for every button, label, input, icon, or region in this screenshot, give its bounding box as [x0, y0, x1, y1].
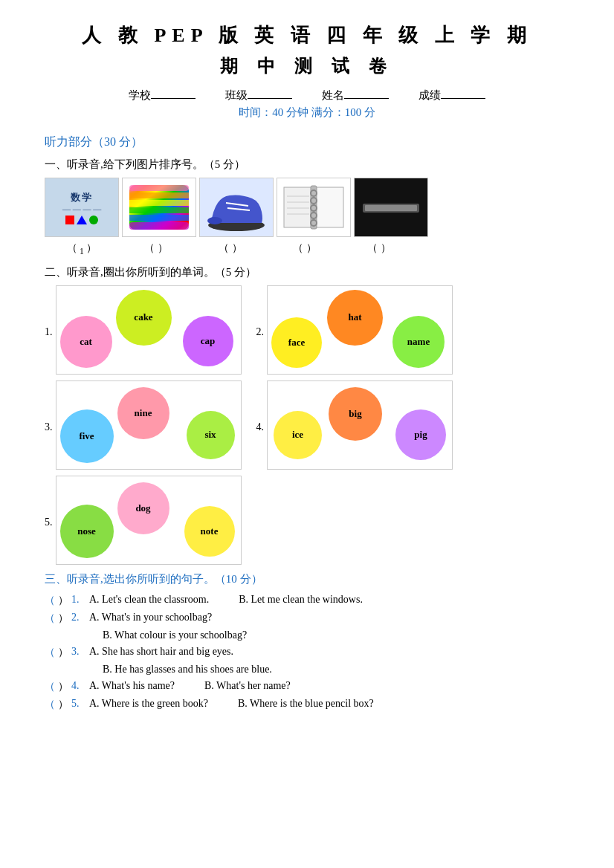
opt-a-1: A. Let's clean the classroom. [89, 594, 209, 606]
balloon-nose: nose [60, 505, 114, 558]
svg-rect-4 [129, 207, 189, 213]
time-row: 时间：40 分钟 满分：100 分 [45, 106, 569, 120]
name-field: 姓名 [322, 88, 389, 103]
svg-point-10 [207, 217, 222, 224]
balloon-dog: dog [117, 482, 169, 534]
opt-b-5: B. Where is the blue pencil box? [238, 698, 374, 710]
opt-a-4: A. What's his name? [89, 680, 175, 692]
balloon-cake: cake [116, 290, 172, 346]
balloon-cat: cat [60, 316, 112, 368]
svg-rect-2 [129, 192, 189, 198]
paren-1: （ [45, 594, 58, 607]
balloons-box-2: face hat name [267, 285, 453, 375]
balloon-ice: ice [274, 411, 322, 459]
info-row: 学校 班级 姓名 成绩 [45, 88, 569, 103]
balloon-hat: hat [327, 290, 383, 346]
part3-title: 三、听录音,选出你所听到的句子。（10 分） [45, 572, 569, 586]
balloon-pig: pig [395, 409, 446, 460]
class-field: 班级 [225, 88, 292, 103]
opt-b-3: B. He has glasses and his shoes are blue… [103, 664, 272, 675]
listening-section-title: 听力部分（30 分） [45, 135, 569, 150]
svg-rect-3 [129, 200, 189, 206]
opt-a-3: A. She has short hair and big eyes. [89, 646, 233, 658]
balloons-box-5: nose dog note [56, 476, 242, 565]
part1-title: 一、听录音,给下列图片排序号。（5 分） [45, 158, 569, 172]
opt-b-2: B. What colour is your schoolbag? [103, 629, 247, 641]
part2-title: 二、听录音,圈出你所听到的单词。（5 分） [45, 265, 569, 279]
sentence-3b: B. He has glasses and his shoes are blue… [103, 664, 569, 676]
svg-rect-11 [284, 187, 312, 227]
balloon-num-2: 2. [256, 326, 265, 338]
balloon-num-1: 1. [45, 326, 53, 338]
title-sub: 期 中 测 试 卷 [45, 54, 569, 78]
opt-b-4: B. What's her name? [204, 680, 291, 692]
sentence-4: （ ） 4. A. What's his name? B. What's her… [45, 680, 569, 693]
sentence-5: （ ） 5. A. Where is the green book? B. Wh… [45, 698, 569, 711]
balloon-group-2: 2. face hat name [256, 285, 453, 375]
balloon-group-5: 5. nose dog note [45, 476, 242, 565]
balloons-box-4: ice big pig [267, 380, 453, 470]
balloon-cap: cap [183, 316, 233, 366]
balloon-nine: nine [117, 387, 169, 439]
image-candy [122, 178, 196, 237]
opt-b-1: B. Let me clean the windows. [239, 594, 363, 606]
school-field: 学校 [129, 88, 195, 103]
balloons-box-3: five nine six [56, 380, 242, 470]
opt-a-2: A. What's in your schoolbag? [89, 612, 212, 624]
num-1: 1. [71, 594, 89, 606]
sentence-2b: B. What colour is your schoolbag? [103, 629, 569, 641]
sentence-3: （ ） 3. A. She has short hair and big eye… [45, 646, 569, 659]
image-black [354, 178, 428, 237]
svg-rect-1 [129, 185, 189, 191]
svg-rect-6 [129, 222, 189, 230]
svg-rect-12 [315, 187, 343, 227]
balloon-num-3: 3. [45, 421, 53, 433]
balloon-row-12: 1. cat cake cap 2. face hat name [45, 285, 569, 375]
balloon-five: five [60, 409, 114, 463]
sentence-1: （ ） 1. A. Let's clean the classroom. B. … [45, 594, 569, 607]
balloon-name: name [392, 316, 445, 368]
balloon-big: big [329, 387, 382, 441]
svg-rect-24 [365, 205, 417, 211]
title-main: 人 教 PEP 版 英 语 四 年 级 上 学 期 [45, 22, 569, 48]
image-mathbook: 数学 — — — — [45, 178, 119, 237]
balloon-note: note [184, 506, 235, 557]
balloon-group-3: 3. five nine six [45, 380, 242, 470]
balloon-group-4: 4. ice big pig [256, 380, 453, 470]
balloon-num-4: 4. [256, 421, 265, 433]
sentences-section: （ ） 1. A. Let's clean the classroom. B. … [45, 594, 569, 711]
svg-rect-5 [129, 215, 189, 221]
opt-a-5: A. Where is the green book? [89, 698, 208, 710]
ordering-row: （ 1 ） （ ） （ ） （ ） （ ） [45, 242, 569, 256]
balloons-box-1: cat cake cap [56, 285, 242, 375]
balloon-six: six [187, 411, 235, 459]
balloon-face: face [271, 317, 322, 368]
score-field: 成绩 [419, 88, 485, 103]
balloon-row-5: 5. nose dog note [45, 476, 569, 565]
sentence-2: （ ） 2. A. What's in your schoolbag? [45, 612, 569, 625]
image-sneaker [199, 178, 274, 237]
part1-images: 数学 — — — — [45, 178, 569, 237]
balloon-num-5: 5. [45, 516, 53, 528]
balloon-group-1: 1. cat cake cap [45, 285, 242, 375]
image-notebook [277, 178, 351, 237]
close-paren-1: ） [58, 594, 71, 607]
balloon-row-34: 3. five nine six 4. ice big pig [45, 380, 569, 470]
